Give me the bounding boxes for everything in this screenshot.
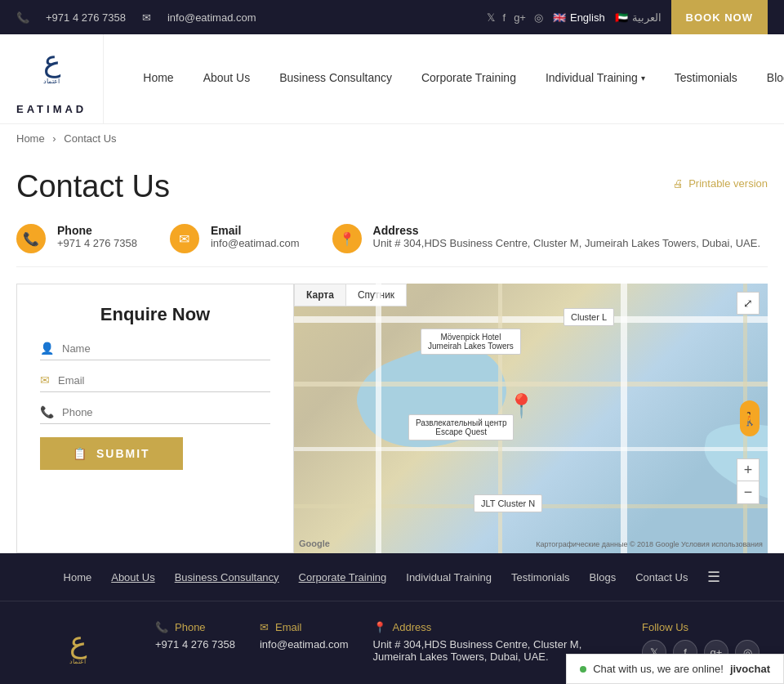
nav-items: Home About Us Business Consultancy Corpo… xyxy=(128,34,784,123)
footer-logo-image: ع اعتماد xyxy=(53,621,102,678)
map-attribution: Картографические данные © 2018 Google Ус… xyxy=(536,540,763,548)
map-label-cluster-l: Cluster L xyxy=(564,308,614,326)
contact-email-item: ✉ Email info@eatimad.com xyxy=(170,224,300,253)
chevron-down-icon: ▾ xyxy=(641,74,645,83)
submit-button[interactable]: 📋 SUBMIT xyxy=(40,437,183,470)
nav-item-corporate[interactable]: Corporate Training xyxy=(407,34,531,123)
header: ع اعتماد EATIMAD Home About Us Business … xyxy=(0,34,784,124)
footer-address-col: 📍 Address Unit # 304,HDS Business Centre… xyxy=(373,621,582,663)
map-inner: Карта Спутник Mövenpick HotelJumeirah La… xyxy=(294,284,768,553)
name-input[interactable] xyxy=(62,342,270,355)
phone-value: +971 4 276 7358 xyxy=(57,237,137,249)
name-field-row: 👤 xyxy=(40,342,270,360)
breadcrumb-separator: › xyxy=(52,132,56,145)
map-person-btn[interactable]: 🚶 xyxy=(740,400,760,436)
footer-follow-label: Follow Us xyxy=(642,621,760,633)
print-icon: 🖨 xyxy=(673,177,684,190)
social-icons: 𝕏 f g+ ◎ xyxy=(487,11,543,24)
map-label-hotel: Mövenpick HotelJumeirah Lakes Towers xyxy=(421,329,521,355)
phone-form-icon: 📞 xyxy=(40,405,54,418)
map-pin: 📍 xyxy=(507,391,536,418)
footer-address-value: Unit # 304,HDS Business Centre, Cluster … xyxy=(373,638,582,663)
email-value: info@eatimad.com xyxy=(211,237,300,249)
footer-nav: Home About Us Business Consultancy Corpo… xyxy=(0,553,784,601)
nav-item-about[interactable]: About Us xyxy=(189,34,265,123)
phone-icon: 📞 xyxy=(16,11,29,24)
submit-icon: 📋 xyxy=(73,447,88,460)
map-label-escape: Развлекательный центрEscape Quest xyxy=(408,414,514,440)
footer-email-col: ✉ Email info@eatimad.com xyxy=(260,621,349,663)
twitter-icon[interactable]: 𝕏 xyxy=(487,11,495,24)
nav-item-home[interactable]: Home xyxy=(128,34,188,123)
jivo-chat[interactable]: Chat with us, we are online! jivochat xyxy=(566,654,784,684)
map-zoom-out[interactable]: − xyxy=(737,481,760,504)
road-v1 xyxy=(376,284,381,553)
footer-contact-cols: 📞 Phone +971 4 276 7358 ✉ Email info@eat… xyxy=(155,621,617,663)
phone-field-row: 📞 xyxy=(40,405,270,424)
lang-ar[interactable]: 🇦🇪 العربية xyxy=(615,11,662,24)
printable-version-link[interactable]: 🖨 Printable version xyxy=(673,177,768,190)
page-title-row: Contact Us 🖨 Printable version xyxy=(16,169,768,204)
footer-phone-icon: 📞 xyxy=(155,621,168,633)
footer-nav-blogs[interactable]: Blogs xyxy=(590,571,617,583)
footer-menu-icon[interactable]: ☰ xyxy=(707,568,720,586)
map-fullscreen-btn[interactable]: ⤢ xyxy=(737,292,760,315)
nav-item-blogs[interactable]: Blogs xyxy=(752,34,784,123)
envelope-icon: ✉ xyxy=(40,373,50,387)
contact-info-row: 📞 Phone +971 4 276 7358 ✉ Email info@eat… xyxy=(16,224,768,267)
email-input[interactable] xyxy=(58,374,270,387)
breadcrumb-home[interactable]: Home xyxy=(16,132,45,145)
instagram-icon[interactable]: ◎ xyxy=(534,11,543,24)
footer-nav-testimonials[interactable]: Testimonials xyxy=(511,571,570,583)
enquire-form: Enquire Now 👤 ✉ 📞 📋 SUBMIT xyxy=(16,284,294,553)
contact-phone-text: Phone +971 4 276 7358 xyxy=(57,224,137,249)
footer-nav-home[interactable]: Home xyxy=(64,571,92,583)
svg-text:ع: ع xyxy=(43,45,61,78)
footer-phone-col: 📞 Phone +971 4 276 7358 xyxy=(155,621,235,663)
map-zoom-in[interactable]: + xyxy=(737,458,760,481)
footer-email-icon: ✉ xyxy=(260,621,269,633)
facebook-icon[interactable]: f xyxy=(503,11,506,24)
footer-nav-consultancy[interactable]: Business Consultancy xyxy=(175,571,279,583)
lang-en[interactable]: 🇬🇧 English xyxy=(553,11,605,24)
jivo-chat-text: Chat with us, we are online! xyxy=(593,663,724,675)
contact-phone-item: 📞 Phone +971 4 276 7358 xyxy=(16,224,137,253)
contact-email-text: Email info@eatimad.com xyxy=(211,224,300,249)
book-now-button[interactable]: BOOK NOW xyxy=(671,0,768,34)
footer-email-value: info@eatimad.com xyxy=(260,638,349,650)
svg-text:اعتماد: اعتماد xyxy=(69,658,86,665)
contact-address-item: 📍 Address Unit # 304,HDS Business Centre… xyxy=(332,224,760,253)
top-bar-left: 📞 +971 4 276 7358 ✉ info@eatimad.com xyxy=(16,11,256,24)
map-tab-map[interactable]: Карта xyxy=(295,284,346,306)
svg-text:ع: ع xyxy=(69,626,87,659)
email-icon-circle: ✉ xyxy=(170,224,199,253)
logo-image: ع اعتماد xyxy=(27,42,76,100)
nav-item-testimonials[interactable]: Testimonials xyxy=(660,34,752,123)
contact-address-text: Address Unit # 304,HDS Business Centre, … xyxy=(373,224,760,249)
email-field-row: ✉ xyxy=(40,373,270,392)
user-icon: 👤 xyxy=(40,342,54,355)
nav-item-consultancy[interactable]: Business Consultancy xyxy=(265,34,407,123)
nav-item-individual[interactable]: Individual Training▾ xyxy=(531,34,660,123)
footer-nav-individual[interactable]: Individual Training xyxy=(406,571,492,583)
road-h3 xyxy=(294,447,768,451)
footer-nav-about[interactable]: About Us xyxy=(111,571,154,583)
topbar-email[interactable]: info@eatimad.com xyxy=(167,11,256,24)
phone-input[interactable] xyxy=(62,406,270,418)
nav-area: Home About Us Business Consultancy Corpo… xyxy=(104,34,784,123)
footer-nav-contact[interactable]: Contact Us xyxy=(635,571,688,583)
page-content: Contact Us 🖨 Printable version 📞 Phone +… xyxy=(0,153,784,553)
footer-nav-corporate[interactable]: Corporate Training xyxy=(299,571,387,583)
map-zoom-controls: + − xyxy=(737,458,760,504)
top-bar-right: 𝕏 f g+ ◎ 🇬🇧 English 🇦🇪 العربية BOOK NOW xyxy=(487,0,768,34)
footer-address-icon: 📍 xyxy=(373,621,386,633)
topbar-phone[interactable]: +971 4 276 7358 xyxy=(46,11,126,24)
top-bar: 📞 +971 4 276 7358 ✉ info@eatimad.com 𝕏 f… xyxy=(0,0,784,34)
road-v3 xyxy=(621,284,627,553)
jivo-brand: jivochat xyxy=(730,663,770,675)
email-icon: ✉ xyxy=(142,11,151,24)
address-label: Address xyxy=(373,224,760,237)
svg-text:اعتماد: اعتماد xyxy=(43,78,60,85)
map-label-cluster-n: JLT Cluster N xyxy=(474,494,542,512)
googleplus-icon[interactable]: g+ xyxy=(514,11,526,24)
